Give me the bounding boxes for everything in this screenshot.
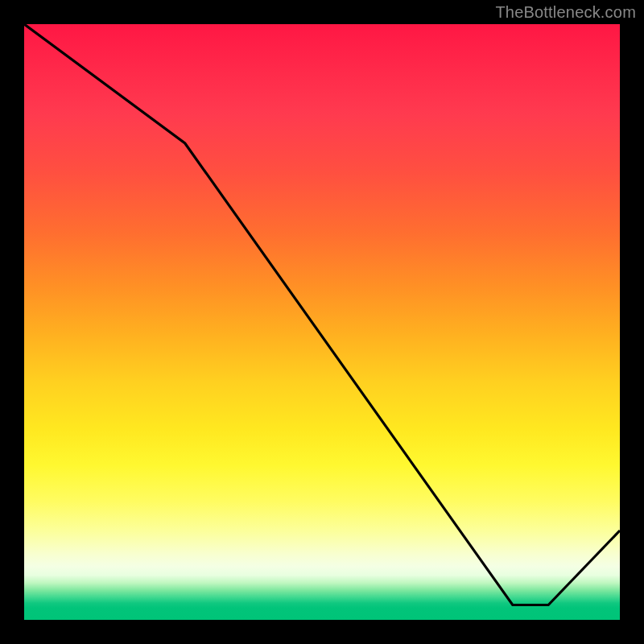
chart-frame: TheBottleneck.com xyxy=(0,0,644,644)
plot-area xyxy=(24,24,620,620)
bottleneck-curve-path xyxy=(24,24,620,605)
line-chart-svg xyxy=(24,24,620,620)
watermark-text: TheBottleneck.com xyxy=(495,3,636,22)
